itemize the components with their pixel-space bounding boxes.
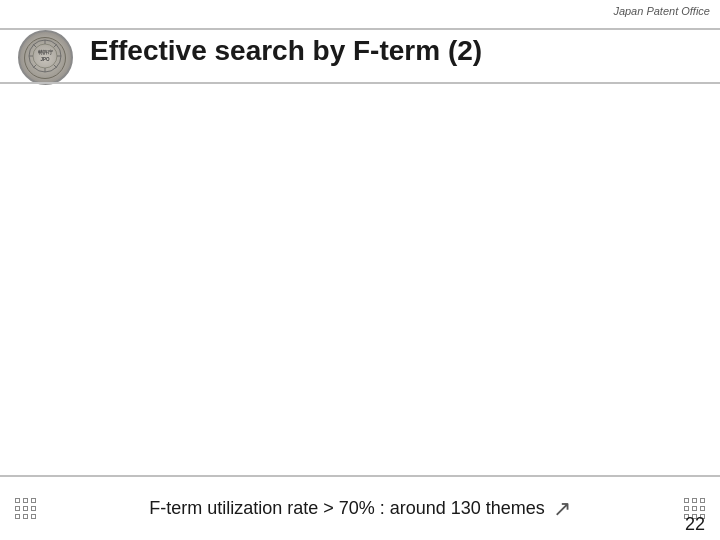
svg-point-1 <box>33 44 57 68</box>
logo-area: 特許庁 JPO <box>10 30 80 85</box>
dot <box>684 498 689 503</box>
organization-label: Japan Patent Office <box>613 5 710 17</box>
dot <box>15 514 20 519</box>
dot <box>684 506 689 511</box>
svg-line-9 <box>33 65 36 68</box>
dot <box>700 498 705 503</box>
bottom-text: F-term utilization rate > 70% : around 1… <box>149 498 545 519</box>
svg-text:特許庁: 特許庁 <box>37 49 53 55</box>
bottom-center-area: F-term utilization rate > 70% : around 1… <box>36 496 684 522</box>
dot <box>15 506 20 511</box>
page-number: 22 <box>685 514 705 535</box>
arrow-icon: ↗ <box>553 496 571 522</box>
page-container: Japan Patent Office <box>0 0 720 540</box>
svg-text:JPO: JPO <box>40 57 50 62</box>
dot <box>15 498 20 503</box>
logo-inner: 特許庁 JPO <box>24 37 66 79</box>
header: Japan Patent Office <box>0 0 720 80</box>
main-content <box>0 85 720 500</box>
header-bottom-border <box>0 82 720 84</box>
page-title: Effective search by F-term (2) <box>90 35 482 67</box>
dot <box>23 498 28 503</box>
dot <box>692 506 697 511</box>
svg-line-6 <box>33 45 36 48</box>
top-border <box>0 28 720 30</box>
svg-line-8 <box>54 45 57 48</box>
dot <box>23 506 28 511</box>
logo-circle: 特許庁 JPO <box>18 30 73 85</box>
bottom-section: F-term utilization rate > 70% : around 1… <box>0 475 720 540</box>
dot <box>23 514 28 519</box>
bottom-left-decoration <box>15 498 36 519</box>
svg-line-7 <box>54 65 57 68</box>
dot <box>692 498 697 503</box>
logo-text: 特許庁 JPO <box>27 38 63 76</box>
dot <box>700 506 705 511</box>
